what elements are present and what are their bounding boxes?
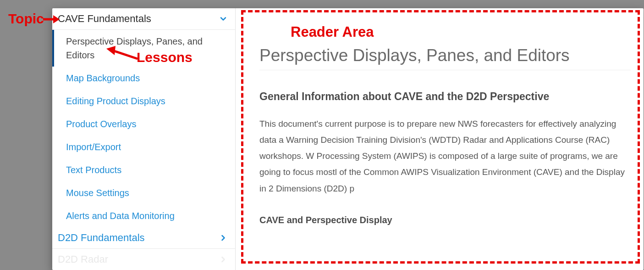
lesson-map-backgrounds[interactable]: Map Backgrounds — [52, 67, 235, 90]
lesson-mouse-settings[interactable]: Mouse Settings — [52, 181, 235, 204]
lesson-label: Mouse Settings — [66, 188, 129, 198]
lesson-label: Product Overlays — [66, 119, 136, 129]
lesson-label: Import/Export — [66, 142, 121, 152]
page-title: Perspective Displays, Panes, and Editors — [259, 46, 631, 70]
lesson-editing-product-displays[interactable]: Editing Product Displays — [52, 90, 235, 112]
section-heading: General Information about CAVE and the D… — [259, 90, 631, 103]
lesson-label: Alerts and Data Monitoring — [66, 211, 175, 221]
lesson-label: Text Products — [66, 165, 121, 175]
topic-label: D2D Radar — [58, 253, 108, 265]
sidebar: CAVE Fundamentals Perspective Displays, … — [52, 8, 236, 270]
lesson-perspective-displays[interactable]: Perspective Displays, Panes, and Editors — [52, 30, 235, 67]
section-subheading: CAVE and Perspective Display — [259, 215, 631, 225]
chevron-right-icon — [219, 233, 228, 242]
lesson-label: Map Backgrounds — [66, 73, 140, 83]
body-text: This document's current purpose is to pr… — [259, 116, 631, 197]
topic-cave-fundamentals[interactable]: CAVE Fundamentals — [52, 8, 235, 30]
lesson-alerts-data-monitoring[interactable]: Alerts and Data Monitoring — [52, 204, 235, 227]
lesson-import-export[interactable]: Import/Export — [52, 135, 235, 158]
topic-d2d-fundamentals[interactable]: D2D Fundamentals — [52, 227, 235, 249]
chevron-right-icon — [219, 255, 228, 264]
reader-area: Perspective Displays, Panes, and Editors… — [236, 8, 644, 270]
app-window: CAVE Fundamentals Perspective Displays, … — [52, 8, 644, 270]
chevron-down-icon — [219, 14, 228, 23]
lesson-label: Perspective Displays, Panes, and Editors — [66, 36, 203, 60]
lesson-product-overlays[interactable]: Product Overlays — [52, 112, 235, 135]
lesson-label: Editing Product Displays — [66, 96, 165, 106]
topic-label: D2D Fundamentals — [58, 232, 145, 244]
topic-label: CAVE Fundamentals — [58, 13, 151, 25]
topic-d2d-radar[interactable]: D2D Radar — [52, 249, 235, 270]
annotation-topic-label: Topic — [8, 11, 44, 27]
lesson-text-products[interactable]: Text Products — [52, 158, 235, 181]
